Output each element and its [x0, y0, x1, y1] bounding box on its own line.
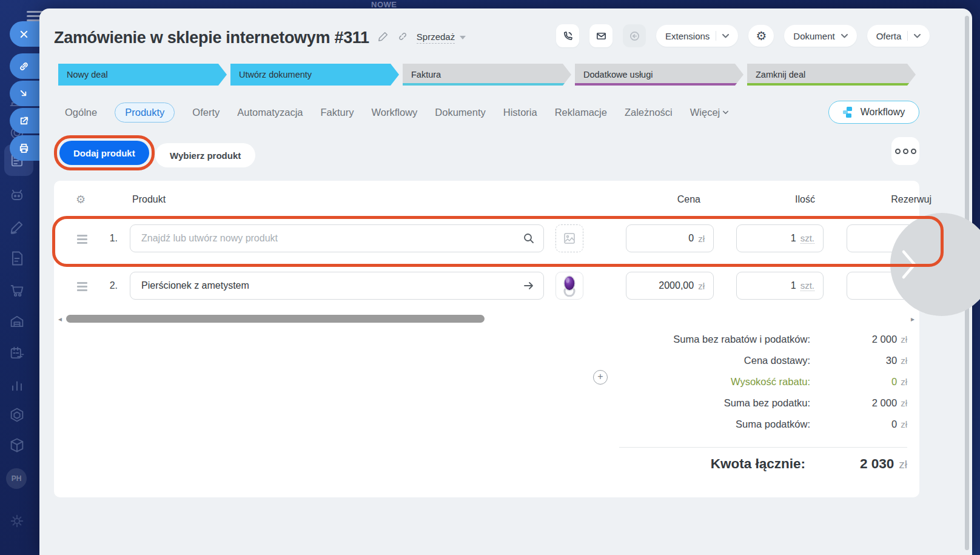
product-name-input[interactable] — [130, 272, 544, 300]
settings-button[interactable]: ⚙ — [748, 25, 774, 47]
summary-value: 30 — [886, 355, 897, 366]
more-options-button[interactable] — [891, 137, 919, 165]
mail-icon — [596, 30, 607, 42]
summary-label: Suma podatków: — [736, 419, 810, 430]
summary-value: 0 — [891, 376, 897, 388]
price-input[interactable]: 0 zł — [626, 224, 714, 252]
total-value: 2 030 — [860, 456, 894, 472]
tab-automatyzacja[interactable]: Automatyzacja — [237, 107, 303, 118]
tab-zaleznosci[interactable]: Zależności — [625, 107, 673, 118]
pencil-icon[interactable] — [8, 218, 25, 235]
package-icon[interactable] — [8, 437, 25, 454]
open-product-arrow-icon[interactable] — [522, 279, 535, 292]
summary-value: 2 000 — [872, 397, 897, 409]
user-avatar[interactable]: PH — [6, 468, 27, 489]
currency-unit[interactable]: zł — [698, 234, 705, 244]
workflow-icon — [843, 107, 855, 118]
summary-value: 0 — [891, 419, 897, 430]
workflow-button[interactable]: Workflowy — [828, 101, 919, 124]
bar-chart-icon[interactable] — [8, 376, 25, 393]
gear-icon[interactable] — [8, 513, 25, 530]
summary-row: Cena dostawy:30zł — [513, 355, 907, 376]
chevron-down-icon[interactable] — [460, 36, 466, 39]
stage-faktura[interactable]: Faktura — [403, 64, 571, 86]
summary-label: Cena dostawy: — [744, 355, 810, 366]
minimize-button[interactable] — [10, 81, 41, 106]
stage-label: Faktura — [411, 70, 441, 79]
print-button[interactable] — [10, 135, 41, 161]
close-slider-button[interactable] — [10, 21, 41, 47]
planner-icon[interactable] — [8, 345, 25, 362]
stage-nowy-deal[interactable]: Nowy deal — [58, 64, 227, 86]
price-value: 2000,00 — [659, 280, 694, 291]
quantity-input[interactable]: 1 szt. — [736, 224, 824, 252]
summary-row: Suma bez rabatów i podatków:2 000zł — [513, 334, 907, 355]
row-number: 1. — [99, 233, 118, 244]
offer-label: Oferta — [876, 31, 902, 41]
phone-button[interactable] — [556, 24, 579, 47]
price-input[interactable]: 2000,00 zł — [626, 272, 714, 300]
currency-unit[interactable]: zł — [698, 281, 705, 291]
product-search-input[interactable] — [130, 224, 544, 252]
stage-accent-bar — [575, 83, 743, 86]
tab-produkty[interactable]: Produkty — [115, 103, 175, 123]
total-unit: zł — [899, 458, 907, 471]
summary-row: Suma bez podatku:2 000zł — [513, 397, 907, 419]
tab-workflowy[interactable]: Workflowy — [372, 107, 418, 118]
summary-unit: zł — [901, 419, 907, 429]
tab-dokumenty[interactable]: Dokumenty — [435, 107, 485, 118]
offer-dropdown[interactable]: Oferta — [867, 25, 930, 47]
stage-dodatkowe-uslugi[interactable]: Dodatkowe usługi — [575, 64, 743, 86]
background-page-label: NOWE — [371, 0, 397, 9]
hexagon-icon[interactable] — [8, 406, 25, 423]
edit-pencil-icon[interactable] — [378, 31, 389, 44]
scroll-right-icon[interactable]: ▸ — [911, 315, 915, 323]
mail-button[interactable] — [589, 24, 612, 47]
add-product-button[interactable]: Dodaj produkt — [59, 141, 149, 165]
table-settings-gear-icon[interactable]: ⚙ — [76, 193, 86, 206]
column-header-reserve: Rezerwuj — [847, 194, 931, 205]
cart-icon[interactable] — [8, 281, 25, 298]
search-icon[interactable] — [522, 232, 535, 245]
qty-unit[interactable]: szt. — [800, 280, 814, 291]
document-dropdown[interactable]: Dokument — [784, 25, 856, 47]
summary-divider — [619, 447, 907, 448]
stage-accent-bar — [403, 83, 571, 86]
more-options-icon — [895, 149, 901, 154]
column-header-product: Produkt — [132, 194, 166, 205]
copy-link-icon[interactable] — [397, 31, 408, 44]
drag-handle-icon[interactable] — [77, 235, 87, 246]
stage-label: Utwórz dokumenty — [239, 70, 312, 79]
stage-utworz-dokumenty[interactable]: Utwórz dokumenty — [230, 64, 399, 86]
tab-wiecej[interactable]: Więcej — [690, 107, 729, 118]
total-label: Kwota łącznie: — [711, 456, 805, 472]
copy-link-button[interactable] — [10, 53, 41, 79]
tab-historia[interactable]: Historia — [503, 107, 537, 118]
product-image-amethyst-ring[interactable] — [555, 272, 583, 300]
tab-reklamacje[interactable]: Reklamacje — [555, 107, 607, 118]
summary-unit: zł — [901, 355, 907, 366]
image-placeholder[interactable] — [555, 224, 583, 252]
tab-ogolne[interactable]: Ogólne — [65, 107, 97, 118]
select-product-button[interactable]: Wybierz produkt — [155, 143, 255, 167]
drag-handle-icon[interactable] — [77, 282, 87, 293]
warehouse-icon[interactable] — [8, 313, 25, 330]
stage-zamknij-deal[interactable]: Zamknij deal — [747, 64, 916, 86]
scrollbar-thumb[interactable] — [66, 315, 485, 323]
tab-faktury[interactable]: Faktury — [321, 107, 354, 118]
horizontal-scrollbar[interactable]: ◂ ▸ — [54, 314, 916, 324]
tab-oferty[interactable]: Oferty — [192, 107, 220, 118]
stage-accent-bar — [747, 83, 916, 86]
category-selector[interactable]: Sprzedaż — [417, 32, 455, 44]
extensions-dropdown[interactable]: Extensions — [656, 25, 738, 47]
chevron-down-icon — [841, 34, 848, 38]
document-edit-icon[interactable] — [8, 250, 25, 267]
scroll-left-icon[interactable]: ◂ — [58, 315, 62, 323]
open-window-button[interactable] — [10, 108, 41, 133]
summary-label: Suma bez rabatów i podatków: — [673, 334, 810, 345]
summary-label: Suma bez podatku: — [724, 397, 810, 409]
price-value: 0 — [688, 233, 694, 244]
quantity-input[interactable]: 1 szt. — [736, 272, 824, 300]
qty-unit[interactable]: szt. — [800, 233, 814, 244]
robot-icon[interactable] — [8, 187, 25, 204]
